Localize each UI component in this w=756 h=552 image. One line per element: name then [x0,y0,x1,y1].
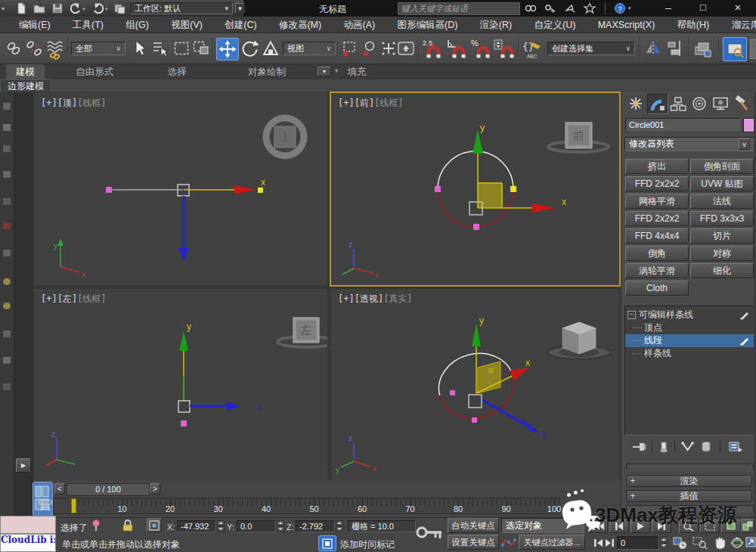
viewport-front-label[interactable]: [+][前][线框] [338,97,404,110]
add-time-tag[interactable]: 添加时间标记 [340,538,395,551]
open-file-icon[interactable] [33,2,45,14]
move-gizmo[interactable]: y x z [469,315,547,440]
minimize-button[interactable]: – [652,0,685,17]
viewport-perspective[interactable]: [+][透视][真实] y [331,289,619,480]
menu-maxscript[interactable]: MAXScript(X) [588,17,665,33]
ribbon-tab-freeform[interactable]: 自由形式 [76,64,113,79]
select-object-icon[interactable] [130,39,148,57]
go-to-start-button[interactable] [588,519,608,533]
rendered-frame-window-icon[interactable] [723,37,747,61]
stack-item-segment[interactable]: 线段 [625,334,754,347]
viewport-name[interactable]: [透视] [355,293,383,304]
menu-help[interactable]: 帮助(H) [668,17,719,33]
modifier-button[interactable]: 倒角 [625,246,689,261]
next-frame-button[interactable]: > [150,483,160,495]
pin-stack-icon[interactable] [632,441,647,453]
key-mode-toggle-icon[interactable] [594,538,614,548]
expand-tray-button[interactable]: ▶ [16,458,31,473]
absolute-offset-mode-icon[interactable] [147,518,162,532]
stack-item-vertex[interactable]: 顶点 [625,321,754,334]
y-coordinate-field[interactable]: 0.0 [237,520,276,532]
tab-display-icon[interactable] [711,95,730,112]
viewport-menu[interactable]: [+] [41,98,57,108]
selection-lock-pin-icon[interactable] [89,519,103,532]
redo-chevron[interactable]: ▾ [105,6,108,12]
left-toolbar-icon[interactable] [3,383,11,390]
modifier-button[interactable]: 网格平滑 [625,194,689,209]
menu-animation[interactable]: 动画(A) [334,17,386,33]
modifier-button[interactable]: Cloth [625,281,689,296]
key-filters-button[interactable]: 关键点过滤器... [519,535,585,550]
zoom-region-keys-icon[interactable] [700,519,720,533]
key-license-icon[interactable] [544,3,556,14]
viewport-front[interactable]: [+][前][线框] 前 y [331,93,619,285]
help-icon[interactable]: ? [614,2,626,14]
show-end-result-icon[interactable] [658,441,670,453]
z-spinner[interactable] [336,520,343,532]
ribbon-tab-populate[interactable]: 填充 [347,64,366,79]
menu-graph-editors[interactable]: 图形编辑器(D) [388,17,468,33]
prev-frame-button[interactable]: < [54,483,65,495]
tab-hierarchy-icon[interactable] [668,95,688,112]
modifier-button[interactable]: 细化 [690,263,754,278]
redo-icon[interactable] [92,2,104,14]
undo-chevron[interactable]: ▾ [82,6,85,12]
menu-group[interactable]: 组(G) [116,17,159,33]
spline-circle[interactable] [435,151,516,230]
tab-utilities-icon[interactable] [732,95,751,112]
viewport-style[interactable]: [线框] [374,98,403,108]
viewport-style[interactable]: [线框] [77,293,106,304]
menu-rendering[interactable]: 渲染(R) [470,17,522,33]
time-configuration-icon[interactable] [673,536,688,550]
menu-customize[interactable]: 自定义(U) [524,17,585,33]
search-icon[interactable] [525,3,537,14]
x-spinner[interactable] [217,520,225,532]
orbit-icon[interactable] [730,536,744,550]
percent-snap-icon[interactable]: % [470,38,493,59]
modifier-button[interactable]: 切片 [690,228,754,243]
time-slider-handle[interactable] [71,498,76,513]
current-frame-field[interactable]: 0 [617,536,659,550]
modifier-button[interactable]: UVW 贴图 [690,176,754,191]
play-animation-button[interactable] [631,519,650,533]
frame-spinner[interactable] [660,537,668,548]
tab-modify-icon[interactable] [647,94,668,114]
pan-hand-icon[interactable] [712,535,727,550]
spinner-snap-icon[interactable] [493,38,516,59]
stack-item-editable-spline[interactable]: − 可编辑样条线 [625,309,754,321]
left-toolbar-icon[interactable] [3,250,11,256]
mirror-icon[interactable] [643,39,663,57]
named-selection-set-dropdown[interactable]: 创建选择集∨ [547,42,635,55]
viewport-perspective-label[interactable]: [+][透视][真实] [338,293,413,305]
modifier-button[interactable]: FFD 4x4x4 [625,228,689,243]
save-file-icon[interactable] [51,2,64,14]
lock-icon[interactable] [121,519,135,532]
y-spinner[interactable] [277,520,284,532]
select-and-scale-icon[interactable] [262,39,280,57]
expand-toggle[interactable]: − [627,311,636,319]
rollout-interpolation[interactable]: + 插值 [626,490,752,502]
viewcube-icon[interactable]: 前 [548,122,609,152]
configure-modifier-sets-icon[interactable] [729,441,742,453]
ribbon-minimize-chevron[interactable]: ▾ [335,67,338,74]
track-bar[interactable]: 0102030405060708090100 [53,498,559,514]
viewcube-icon[interactable]: 左 [277,318,327,347]
move-gizmo[interactable]: y z [178,321,262,412]
spline-vertex[interactable] [181,420,187,426]
left-toolbar-icon[interactable] [3,330,11,337]
left-toolbar-icon[interactable] [3,124,11,131]
set-key-filter-dropdown[interactable]: 选定对象 [501,518,584,533]
modifier-button[interactable]: FFD 2x2x2 [625,211,689,226]
viewport-left-label[interactable]: [+][左][线框] [41,293,107,305]
ribbon-tab-modeling[interactable]: 建模 [6,64,45,79]
viewcube-icon[interactable] [547,322,611,359]
unlink-selection-icon[interactable] [25,39,43,57]
zoom-region-icon[interactable] [692,536,708,550]
viewport-name[interactable]: [左] [57,293,77,304]
clipped-toolbar-icon[interactable] [750,39,756,59]
menu-modifiers[interactable]: 修改器(M) [269,17,331,33]
viewcube-icon[interactable]: 上 [266,118,304,156]
menu-tools[interactable]: 工具(T) [63,17,113,33]
app-menu-chevron[interactable]: ▾ [2,5,5,12]
edit-named-selection-icon[interactable]: {}ABC [522,38,544,59]
